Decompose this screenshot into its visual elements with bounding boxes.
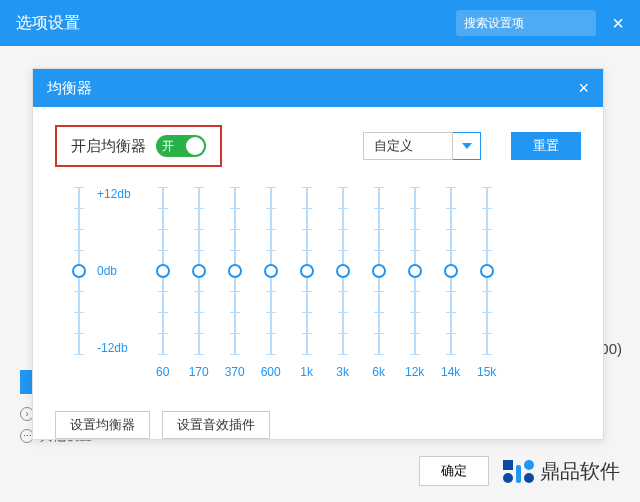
chevron-down-icon[interactable] xyxy=(453,132,481,160)
bottom-buttons: 设置均衡器 设置音效插件 xyxy=(33,397,603,439)
page-title: 选项设置 xyxy=(16,13,456,34)
enable-toggle[interactable]: 开 xyxy=(156,135,206,157)
band-label: 6k xyxy=(372,365,385,379)
equalizer-sliders: +12db 0db -12db 601703706001k3k6k12k14k1… xyxy=(55,187,581,379)
band-slider-1k[interactable]: 1k xyxy=(289,187,325,379)
search-input[interactable]: 搜索设置项 xyxy=(456,10,596,36)
logo-icon xyxy=(503,460,534,483)
preset-value: 自定义 xyxy=(363,132,453,160)
footer: 确定 鼎品软件 xyxy=(419,456,620,486)
band-label: 3k xyxy=(336,365,349,379)
toggle-knob xyxy=(186,137,204,155)
slider-knob[interactable] xyxy=(372,264,386,278)
band-label: 14k xyxy=(441,365,460,379)
band-label: 1k xyxy=(300,365,313,379)
band-slider-6k[interactable]: 6k xyxy=(361,187,397,379)
search-placeholder: 搜索设置项 xyxy=(464,15,524,32)
band-label: 15k xyxy=(477,365,496,379)
band-slider-12k[interactable]: 12k xyxy=(397,187,433,379)
toggle-text: 开 xyxy=(156,138,174,155)
band-label: 12k xyxy=(405,365,424,379)
controls-row: 开启均衡器 开 自定义 重置 xyxy=(55,125,581,167)
slider-knob[interactable] xyxy=(72,264,86,278)
plugin-settings-button[interactable]: 设置音效插件 xyxy=(162,411,270,439)
band-slider-370[interactable]: 370 xyxy=(217,187,253,379)
close-icon[interactable]: × xyxy=(612,12,624,35)
slider-knob[interactable] xyxy=(192,264,206,278)
band-label: 370 xyxy=(225,365,245,379)
slider-knob[interactable] xyxy=(408,264,422,278)
band-slider-3k[interactable]: 3k xyxy=(325,187,361,379)
enable-eq-highlight: 开启均衡器 开 xyxy=(55,125,222,167)
band-label: 170 xyxy=(189,365,209,379)
db-scale: +12db 0db -12db xyxy=(97,187,131,355)
band-slider-14k[interactable]: 14k xyxy=(433,187,469,379)
slider-knob[interactable] xyxy=(480,264,494,278)
equalizer-modal: 均衡器 × 开启均衡器 开 自定义 重置 xyxy=(32,68,604,440)
slider-knob[interactable] xyxy=(336,264,350,278)
band-slider-170[interactable]: 170 xyxy=(181,187,217,379)
band-slider-60[interactable]: 60 xyxy=(145,187,181,379)
band-slider-15k[interactable]: 15k xyxy=(469,187,505,379)
modal-body: 开启均衡器 开 自定义 重置 xyxy=(33,107,603,397)
preset-select[interactable]: 自定义 xyxy=(363,132,481,160)
band-label: 600 xyxy=(261,365,281,379)
slider-knob[interactable] xyxy=(228,264,242,278)
modal-title: 均衡器 xyxy=(47,79,578,98)
slider-knob[interactable] xyxy=(444,264,458,278)
band-slider-600[interactable]: 600 xyxy=(253,187,289,379)
main-header: 选项设置 搜索设置项 × xyxy=(0,0,640,46)
master-slider[interactable] xyxy=(61,187,97,379)
slider-knob[interactable] xyxy=(300,264,314,278)
slider-knob[interactable] xyxy=(264,264,278,278)
brand-logo: 鼎品软件 xyxy=(503,458,620,485)
modal-header: 均衡器 × xyxy=(33,69,603,107)
modal-close-icon[interactable]: × xyxy=(578,78,589,99)
eq-settings-button[interactable]: 设置均衡器 xyxy=(55,411,150,439)
enable-label: 开启均衡器 xyxy=(71,137,146,156)
brand-name: 鼎品软件 xyxy=(540,458,620,485)
confirm-button[interactable]: 确定 xyxy=(419,456,489,486)
slider-knob[interactable] xyxy=(156,264,170,278)
reset-button[interactable]: 重置 xyxy=(511,132,581,160)
band-label: 60 xyxy=(156,365,169,379)
